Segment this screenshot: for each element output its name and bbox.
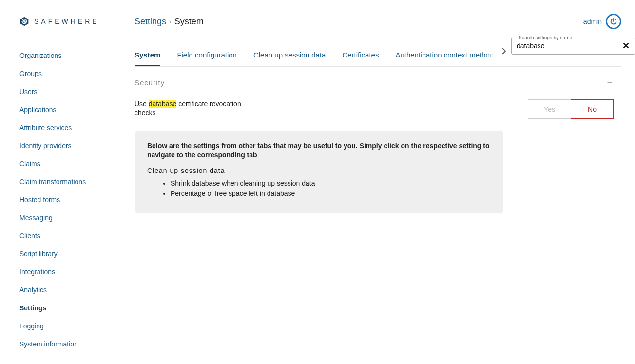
sidebar: OrganizationsGroupsUsersApplicationsAttr… xyxy=(0,35,115,358)
toggle-yes[interactable]: Yes xyxy=(528,99,571,119)
suggestions-panel: Below are the settings from other tabs t… xyxy=(135,131,503,213)
suggestions-intro: Below are the settings from other tabs t… xyxy=(147,141,491,160)
tabs-scroll-right[interactable] xyxy=(485,47,508,58)
setting-row-cert-revocation: Use database certificate revocation chec… xyxy=(135,96,621,131)
sidebar-item-applications[interactable]: Applications xyxy=(19,106,115,114)
search-highlight: database xyxy=(149,100,177,108)
suggestion-group-title[interactable]: Clean up session data xyxy=(147,167,491,174)
sidebar-item-organizations[interactable]: Organizations xyxy=(19,52,115,59)
clear-icon[interactable]: ✕ xyxy=(622,40,630,51)
sidebar-item-messaging[interactable]: Messaging xyxy=(19,214,115,222)
tab-clean-up-session-data[interactable]: Clean up session data xyxy=(253,40,326,66)
toggle-no[interactable]: No xyxy=(571,99,614,119)
sidebar-item-claim-transformations[interactable]: Claim transformations xyxy=(19,178,115,186)
user-label[interactable]: admin xyxy=(583,18,602,25)
sidebar-item-groups[interactable]: Groups xyxy=(19,70,115,77)
power-icon xyxy=(610,18,617,25)
logo[interactable]: SAFEWHERE xyxy=(19,17,135,26)
power-button[interactable] xyxy=(606,14,621,29)
sidebar-item-clients[interactable]: Clients xyxy=(19,232,115,240)
header: SAFEWHERE Settings › System admin xyxy=(0,0,635,35)
tab-field-configuration[interactable]: Field configuration xyxy=(177,40,237,66)
tab-certificates[interactable]: Certificates xyxy=(342,40,379,66)
collapse-icon[interactable]: – xyxy=(607,77,613,88)
sidebar-item-settings[interactable]: Settings xyxy=(19,304,115,312)
sidebar-item-identity-providers[interactable]: Identity providers xyxy=(19,142,115,150)
brand-name: SAFEWHERE xyxy=(34,18,99,25)
tab-system[interactable]: System xyxy=(135,40,160,66)
section-header-security[interactable]: Security – xyxy=(135,67,621,96)
chevron-right-icon: › xyxy=(169,18,172,25)
tabs-row: SystemField configurationClean up sessio… xyxy=(135,40,621,67)
sidebar-item-script-library[interactable]: Script library xyxy=(19,250,115,258)
breadcrumb: Settings › System xyxy=(135,17,204,27)
tab-authentication-context-method[interactable]: Authentication context method xyxy=(395,40,494,66)
sidebar-item-system-information[interactable]: System information xyxy=(19,340,115,348)
sidebar-item-analytics[interactable]: Analytics xyxy=(19,286,115,294)
sidebar-item-attribute-services[interactable]: Attribute services xyxy=(19,124,115,132)
suggestion-item[interactable]: Shrink database when cleaning up session… xyxy=(171,179,491,187)
breadcrumb-root[interactable]: Settings xyxy=(135,17,166,27)
sidebar-item-claims[interactable]: Claims xyxy=(19,160,115,168)
suggestion-item[interactable]: Percentage of free space left in databas… xyxy=(171,190,491,197)
sidebar-item-users[interactable]: Users xyxy=(19,88,115,96)
breadcrumb-leaf: System xyxy=(174,17,204,27)
sidebar-item-logging[interactable]: Logging xyxy=(19,322,115,330)
yes-no-toggle: Yes No xyxy=(528,99,614,119)
tabs: SystemField configurationClean up sessio… xyxy=(135,40,621,66)
setting-label: Use database certificate revocation chec… xyxy=(135,99,247,117)
chevron-right-icon xyxy=(500,47,508,56)
brand-icon xyxy=(19,17,29,26)
sidebar-item-integrations[interactable]: Integrations xyxy=(19,268,115,276)
sidebar-item-hosted-forms[interactable]: Hosted forms xyxy=(19,196,115,204)
main-content: Search settings by name ✕ SystemField co… xyxy=(115,35,635,358)
section-title: Security xyxy=(135,78,165,87)
